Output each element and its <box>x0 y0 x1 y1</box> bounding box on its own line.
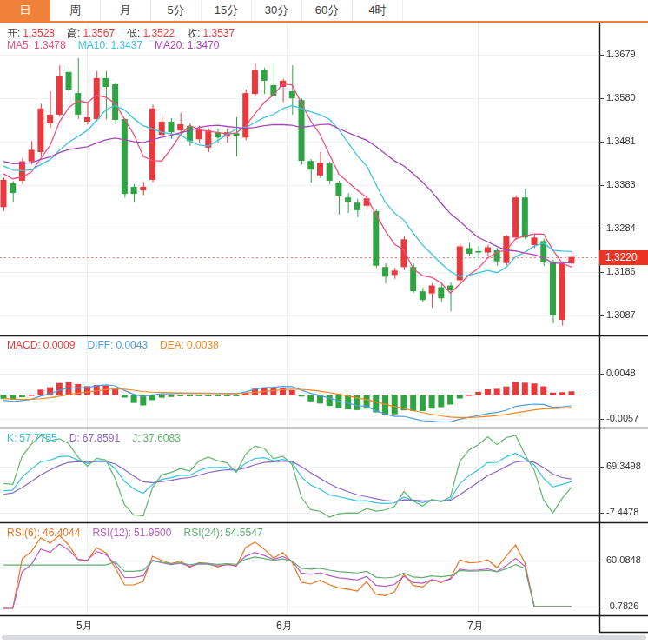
ma10-value: 1.3437 <box>110 39 142 51</box>
chart-canvas[interactable] <box>0 0 648 644</box>
rsi-axis-label: 60.0848 <box>606 554 641 565</box>
timeframe-tab-4[interactable]: 5分 <box>151 0 202 21</box>
macd-axis-label: -0.0057 <box>606 413 638 423</box>
timeframe-tab-8[interactable]: 4时 <box>353 0 403 21</box>
open-value: 1.3528 <box>23 27 55 39</box>
timeframe-tab-6[interactable]: 30分 <box>252 0 302 21</box>
ma-row: MA5:1.3478MA10:1.3437MA20:1.3470 <box>7 39 222 51</box>
high-value: 1.3567 <box>83 27 115 39</box>
rsi6-label: RSI(6): <box>7 527 40 539</box>
timeframe-tab-3[interactable]: 月 <box>101 0 151 21</box>
kdj-row: K:57.7755D:67.8591J:37.6083 <box>7 432 183 444</box>
rsi12-label: RSI(12): <box>92 527 131 539</box>
price-axis-label: 1.3679 <box>606 49 636 59</box>
kdj-axis-label: 69.3498 <box>606 461 641 471</box>
low-value: 1.3522 <box>142 27 175 39</box>
rsi6-value: 46.4044 <box>43 527 80 539</box>
d-label: D: <box>69 432 80 444</box>
k-value: 57.7755 <box>19 432 56 444</box>
price-axis-label: 1.3087 <box>606 309 636 320</box>
j-value: 37.6083 <box>142 432 180 444</box>
timeframe-tab-1[interactable]: 日 <box>0 0 50 21</box>
price-axis-label: 1.3481 <box>606 136 636 146</box>
timeframe-tab-5[interactable]: 15分 <box>202 0 252 21</box>
close-label: 收: <box>187 27 200 39</box>
price-axis-label: 1.3186 <box>606 266 636 276</box>
x-axis-month-label: 7月 <box>467 619 484 634</box>
ma20-value: 1.3470 <box>188 39 220 51</box>
dea-label: DEA: <box>160 339 184 351</box>
low-label: 低: <box>127 27 140 39</box>
x-axis-month-label: 5月 <box>76 619 93 634</box>
macd-value: 0.0009 <box>43 339 76 351</box>
chart-app: 日周月5分15分30分60分4时 开:1.3528高:1.3567低:1.352… <box>0 0 648 644</box>
rsi-row: RSI(6):46.4044RSI(12):51.9500RSI(24):54.… <box>7 527 266 539</box>
open-label: 开: <box>7 27 20 39</box>
last-price-badge: 1.3220 <box>599 250 648 265</box>
ma10-label: MA10: <box>78 39 109 51</box>
d-value: 67.8591 <box>83 432 120 444</box>
bottom-scrollbar[interactable] <box>2 635 646 640</box>
macd-axis-label: 0.0048 <box>606 368 636 378</box>
price-axis-label: 1.3580 <box>606 92 636 103</box>
diff-value: 0.0043 <box>116 339 148 351</box>
timeframe-toolbar: 日周月5分15分30分60分4时 <box>0 0 648 23</box>
kdj-axis-label: -7.4478 <box>606 507 638 517</box>
rsi24-value: 54.5547 <box>225 527 262 539</box>
timeframe-tab-2[interactable]: 周 <box>50 0 101 21</box>
price-axis-label: 1.3383 <box>606 179 636 189</box>
high-label: 高: <box>67 27 80 39</box>
ma20-label: MA20: <box>155 39 185 51</box>
ma5-label: MA5: <box>7 39 31 51</box>
timeframe-tab-7[interactable]: 60分 <box>302 0 353 21</box>
x-axis-month-label: 6月 <box>276 619 293 634</box>
k-label: K: <box>7 432 17 444</box>
macd-row: MACD:0.0009DIFF:0.0043DEA:0.0038 <box>7 339 222 351</box>
rsi12-value: 51.9500 <box>134 527 171 539</box>
rsi-axis-label: -0.7826 <box>606 601 638 611</box>
diff-label: DIFF: <box>87 339 113 351</box>
rsi24-label: RSI(24): <box>183 527 222 539</box>
j-label: J: <box>132 432 140 444</box>
ma5-value: 1.3478 <box>34 39 66 51</box>
macd-label: MACD: <box>7 339 41 351</box>
dea-value: 0.0038 <box>187 339 219 351</box>
price-axis-label: 1.3284 <box>606 222 636 233</box>
close-value: 1.3537 <box>202 27 235 39</box>
